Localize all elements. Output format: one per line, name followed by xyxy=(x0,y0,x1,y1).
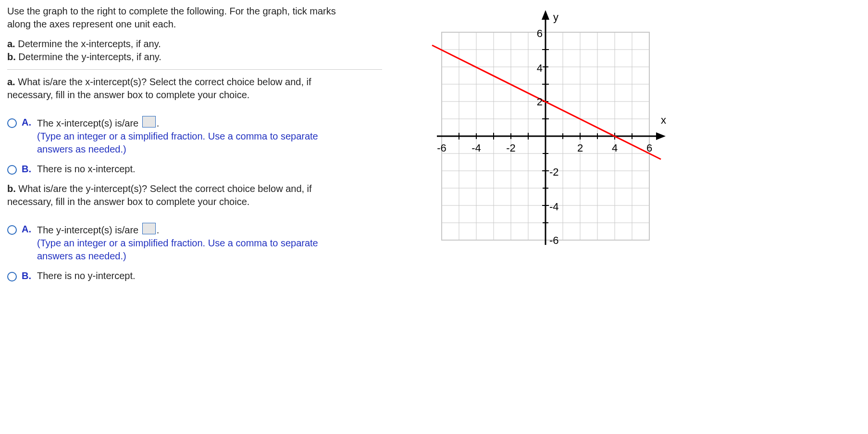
x-tick: 2 xyxy=(577,142,583,154)
qb-option-b[interactable]: B. There is no y-intercept. xyxy=(7,269,382,282)
svg-marker-24 xyxy=(656,132,666,140)
option-text-before: The y-intercept(s) is/are xyxy=(37,225,141,235)
radio-icon[interactable] xyxy=(7,165,17,175)
intro-text: Use the graph to the right to complete t… xyxy=(7,5,382,31)
divider xyxy=(7,69,382,70)
question-a-prompt: a. a. What is/are the x-intercept(s)? Se… xyxy=(7,76,382,102)
qb-option-a[interactable]: A. The y-intercept(s) is/are . (Type an … xyxy=(7,223,382,263)
x-tick: 4 xyxy=(612,142,618,154)
y-tick: -6 xyxy=(549,234,559,246)
question-b-prompt: b. What is/are the y-intercept(s)? Selec… xyxy=(7,182,382,208)
option-hint: (Type an integer or a simplified fractio… xyxy=(37,130,382,156)
x-tick: -6 xyxy=(437,142,446,154)
y-tick: 2 xyxy=(537,96,543,108)
option-text-after: . xyxy=(157,118,160,128)
option-text: There is no y-intercept. xyxy=(37,270,136,281)
radio-icon[interactable] xyxy=(7,272,17,281)
qa-option-a[interactable]: A. The x-intercept(s) is/are . (Type an … xyxy=(7,116,382,156)
y-tick: -4 xyxy=(549,201,559,213)
option-text-before: The x-intercept(s) is/are xyxy=(37,118,141,128)
y-tick: -2 xyxy=(549,166,559,178)
y-tick: 6 xyxy=(537,27,543,39)
option-letter: B. xyxy=(22,269,32,282)
option-letter: B. xyxy=(22,163,32,176)
radio-icon[interactable] xyxy=(7,225,17,235)
option-text-after: . xyxy=(157,225,160,235)
svg-line-45 xyxy=(432,45,661,159)
option-letter: A. xyxy=(22,223,32,236)
task-list: a. Determine the x-intercepts, if any. b… xyxy=(7,38,382,64)
x-tick: -4 xyxy=(471,142,481,154)
y-axis-label: y xyxy=(553,11,558,23)
qa-option-b[interactable]: B. There is no x-intercept. xyxy=(7,163,382,176)
radio-icon[interactable] xyxy=(7,118,17,128)
x-tick: -2 xyxy=(506,142,516,154)
svg-marker-23 xyxy=(542,10,549,20)
option-hint: (Type an integer or a simplified fractio… xyxy=(37,237,382,263)
x-axis-label: x xyxy=(661,114,666,126)
graph: y x -6 -4 -2 2 4 6 6 4 2 -2 xyxy=(421,7,670,315)
answer-box[interactable] xyxy=(142,116,156,128)
y-tick: 4 xyxy=(537,62,543,74)
answer-box[interactable] xyxy=(142,223,156,234)
x-tick: 6 xyxy=(646,142,652,154)
option-text: There is no x-intercept. xyxy=(37,164,136,174)
option-letter: A. xyxy=(22,116,32,129)
